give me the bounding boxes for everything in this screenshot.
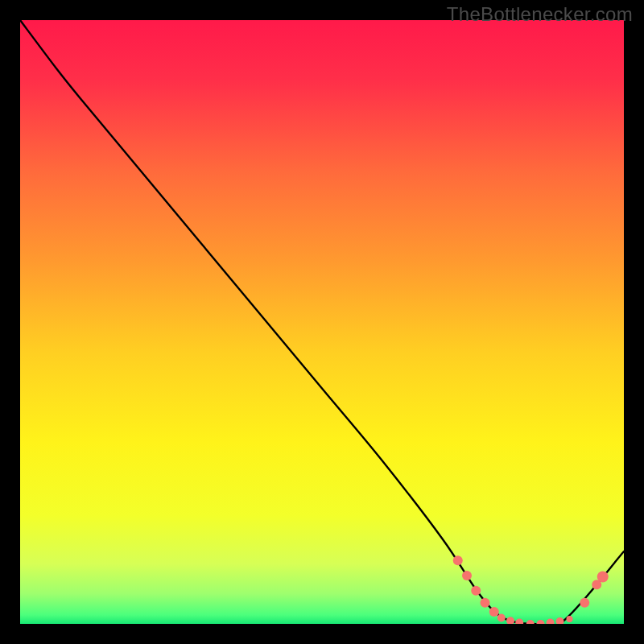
marker-dot [489,607,499,617]
marker-dot [497,614,506,622]
marker-dot [580,598,589,608]
marker-dot [453,555,463,565]
bottleneck-chart [20,20,624,624]
gradient-background [20,20,624,624]
marker-dot [462,571,472,580]
marker-dot [481,598,490,608]
marker-dot [567,616,573,622]
chart-frame: TheBottlenecker.com [0,0,644,644]
watermark-text: TheBottlenecker.com [447,3,633,26]
marker-dot [597,572,609,583]
plot-area [20,20,624,624]
marker-dot [471,586,481,596]
